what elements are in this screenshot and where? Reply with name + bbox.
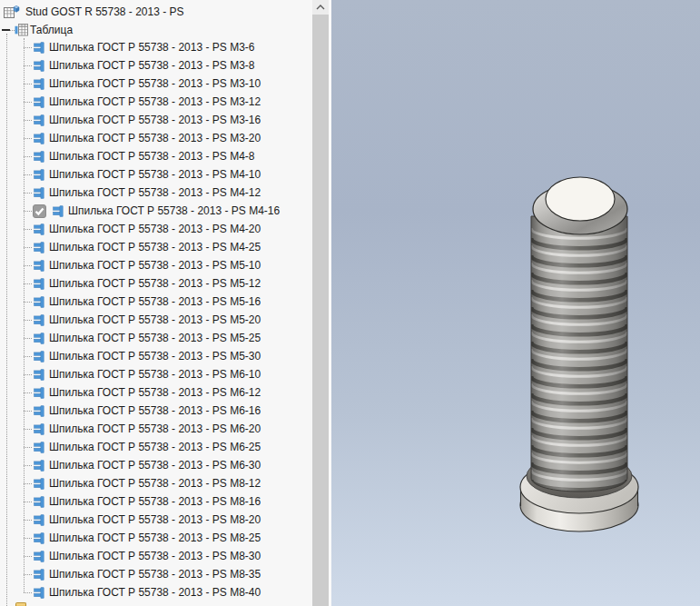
tree-connector-stub xyxy=(24,265,32,266)
tree-table-node[interactable]: Таблица xyxy=(0,21,312,39)
tree-connector-stub xyxy=(24,592,32,593)
tree-item-member[interactable]: Шпилька ГОСТ Р 55738 - 2013 - PS M8-30 xyxy=(0,547,312,565)
tree-connector-stub xyxy=(24,538,32,539)
table-member-icon xyxy=(33,78,44,90)
tree-connector-stub xyxy=(24,302,32,303)
table-member-icon xyxy=(33,587,44,599)
tree-item-member[interactable]: Шпилька ГОСТ Р 55738 - 2013 - PS M6-10 xyxy=(0,365,312,383)
table-member-icon xyxy=(33,514,44,526)
table-member-icon xyxy=(33,387,44,399)
tree-item-member[interactable]: Шпилька ГОСТ Р 55738 - 2013 - PS M6-25 xyxy=(0,438,312,456)
tree-item-member[interactable]: Шпилька ГОСТ Р 55738 - 2013 - PS M8-40 xyxy=(0,583,312,601)
checkmark-icon xyxy=(34,205,45,217)
tree-item-member[interactable]: Шпилька ГОСТ Р 55738 - 2013 - PS M8-25 xyxy=(0,529,312,547)
table-member-icon xyxy=(33,460,44,472)
member-label: Шпилька ГОСТ Р 55738 - 2013 - PS M4-20 xyxy=(49,223,261,235)
tree-item-member[interactable]: Шпилька ГОСТ Р 55738 - 2013 - PS M3-8 xyxy=(0,56,312,75)
tree-item-member[interactable]: Шпилька ГОСТ Р 55738 - 2013 - PS M4-8 xyxy=(0,147,312,165)
scrollbar-thumb[interactable] xyxy=(312,15,329,606)
tree-connector-stub xyxy=(24,411,32,412)
tree-item-member[interactable]: Шпилька ГОСТ Р 55738 - 2013 - PS M6-16 xyxy=(0,402,312,420)
tree-scrollbar[interactable] xyxy=(312,0,329,606)
scroll-up-button[interactable] xyxy=(312,0,329,15)
table-member-icon xyxy=(33,187,44,199)
tree-connector-stub xyxy=(24,374,32,375)
table-member-icon xyxy=(33,169,44,181)
tree-item-member[interactable]: Шпилька ГОСТ Р 55738 - 2013 - PS M4-10 xyxy=(0,165,312,184)
table-member-icon xyxy=(33,96,44,108)
member-label: Шпилька ГОСТ Р 55738 - 2013 - PS M3-8 xyxy=(49,59,254,72)
tree-item-member[interactable]: Шпилька ГОСТ Р 55738 - 2013 - PS M5-12 xyxy=(0,274,312,293)
member-label: Шпилька ГОСТ Р 55738 - 2013 - PS M8-35 xyxy=(49,568,261,581)
tree-members: Шпилька ГОСТ Р 55738 - 2013 - PS M3-6 Шп… xyxy=(0,38,312,601)
tree-item-member[interactable]: Шпилька ГОСТ Р 55738 - 2013 - PS M3-12 xyxy=(0,93,312,111)
tree-item-member[interactable]: Шпилька ГОСТ Р 55738 - 2013 - PS M8-35 xyxy=(0,565,312,583)
tree-item-member[interactable]: Шпилька ГОСТ Р 55738 - 2013 - PS M8-12 xyxy=(0,474,312,492)
tree-connector-stub xyxy=(24,211,32,212)
stud-top xyxy=(533,177,627,234)
tree-connector-stub xyxy=(24,174,32,175)
table-member-icon xyxy=(52,205,64,217)
stud-threaded-shaft xyxy=(531,216,627,496)
member-label: Шпилька ГОСТ Р 55738 - 2013 - PS M8-30 xyxy=(49,550,261,562)
table-member-icon xyxy=(33,260,44,272)
tree-connector-stub xyxy=(24,502,32,502)
table-member-icon xyxy=(33,423,44,435)
member-label: Шпилька ГОСТ Р 55738 - 2013 - PS M4-16 xyxy=(68,204,280,217)
member-label: Шпилька ГОСТ Р 55738 - 2013 - PS M8-12 xyxy=(49,477,261,490)
tree-connector-stub xyxy=(24,229,32,230)
table-member-icon xyxy=(33,60,44,72)
member-label: Шпилька ГОСТ Р 55738 - 2013 - PS M5-12 xyxy=(49,277,261,290)
tree-connector-stub xyxy=(24,156,32,157)
tree-item-member[interactable]: Шпилька ГОСТ Р 55738 - 2013 - PS M4-12 xyxy=(0,184,312,202)
table-member-icon xyxy=(33,496,44,508)
tree-connector-stub xyxy=(24,84,32,84)
table-member-icon xyxy=(33,369,44,381)
tree-connector-stub xyxy=(24,356,32,357)
member-label: Шпилька ГОСТ Р 55738 - 2013 - PS M5-25 xyxy=(49,332,261,344)
tree-item-member[interactable]: Шпилька ГОСТ Р 55738 - 2013 - PS M4-16 xyxy=(0,202,312,220)
tree-connector-stub xyxy=(24,338,32,339)
tree-item-member[interactable]: Шпилька ГОСТ Р 55738 - 2013 - PS M6-30 xyxy=(0,456,312,474)
member-label: Шпилька ГОСТ Р 55738 - 2013 - PS M6-30 xyxy=(49,459,261,472)
tree-item-member[interactable]: Шпилька ГОСТ Р 55738 - 2013 - PS M8-20 xyxy=(0,511,312,529)
member-label: Шпилька ГОСТ Р 55738 - 2013 - PS M3-6 xyxy=(49,41,254,54)
member-label: Шпилька ГОСТ Р 55738 - 2013 - PS M4-25 xyxy=(49,241,261,253)
tree-item-member[interactable]: Шпилька ГОСТ Р 55738 - 2013 - PS M3-20 xyxy=(0,129,312,147)
member-label: Шпилька ГОСТ Р 55738 - 2013 - PS M3-12 xyxy=(49,95,261,108)
table-member-icon xyxy=(33,442,44,453)
table-member-icon xyxy=(33,532,44,544)
tree-item-member[interactable]: Шпилька ГОСТ Р 55738 - 2013 - PS M4-25 xyxy=(0,238,312,256)
tree-item-member[interactable]: Шпилька ГОСТ Р 55738 - 2013 - PS M3-16 xyxy=(0,111,312,129)
table-member-icon xyxy=(33,478,44,490)
tree-item-member[interactable]: Шпилька ГОСТ Р 55738 - 2013 - PS M8-16 xyxy=(0,492,312,511)
tree-item-member[interactable]: Шпилька ГОСТ Р 55738 - 2013 - PS M5-10 xyxy=(0,256,312,274)
tree-item-member[interactable]: Шпилька ГОСТ Р 55738 - 2013 - PS M6-20 xyxy=(0,420,312,438)
table-member-icon xyxy=(33,278,44,290)
tree-item-member[interactable]: Шпилька ГОСТ Р 55738 - 2013 - PS M3-6 xyxy=(0,38,312,56)
collapse-minus-icon[interactable] xyxy=(2,29,10,31)
tree-item-member[interactable]: Шпилька ГОСТ Р 55738 - 2013 - PS M6-12 xyxy=(0,383,312,402)
tree-item-member[interactable]: Шпилька ГОСТ Р 55738 - 2013 - PS M5-16 xyxy=(0,293,312,311)
tree-item-member[interactable]: Шпилька ГОСТ Р 55738 - 2013 - PS M5-30 xyxy=(0,347,312,365)
member-checkbox[interactable] xyxy=(33,204,46,218)
table-node-icon xyxy=(15,24,28,36)
member-label: Шпилька ГОСТ Р 55738 - 2013 - PS M6-20 xyxy=(49,422,261,435)
tree-item-member[interactable]: Шпилька ГОСТ Р 55738 - 2013 - PS M5-25 xyxy=(0,329,312,347)
tree-item-member[interactable]: Шпилька ГОСТ Р 55738 - 2013 - PS M3-10 xyxy=(0,75,312,93)
partially-visible-node-icon xyxy=(15,602,26,606)
member-label: Шпилька ГОСТ Р 55738 - 2013 - PS M8-40 xyxy=(49,586,261,599)
tree-root-node[interactable]: Stud GOST R 55738 - 2013 - PS xyxy=(0,3,312,21)
model-viewport-3d[interactable] xyxy=(331,0,700,606)
tree-connector-stub xyxy=(24,47,32,48)
table-node-label: Таблица xyxy=(30,24,73,36)
tree-item-member[interactable]: Шпилька ГОСТ Р 55738 - 2013 - PS M5-20 xyxy=(0,311,312,329)
member-label: Шпилька ГОСТ Р 55738 - 2013 - PS M6-25 xyxy=(49,441,261,453)
table-member-icon xyxy=(33,405,44,417)
table-member-icon xyxy=(33,242,44,253)
tree-connector-stub xyxy=(24,65,32,66)
member-label: Шпилька ГОСТ Р 55738 - 2013 - PS M3-20 xyxy=(49,132,261,144)
tree-connector-stub xyxy=(24,138,32,139)
tree-item-member[interactable]: Шпилька ГОСТ Р 55738 - 2013 - PS M4-20 xyxy=(0,220,312,238)
member-label: Шпилька ГОСТ Р 55738 - 2013 - PS M3-16 xyxy=(49,114,261,126)
